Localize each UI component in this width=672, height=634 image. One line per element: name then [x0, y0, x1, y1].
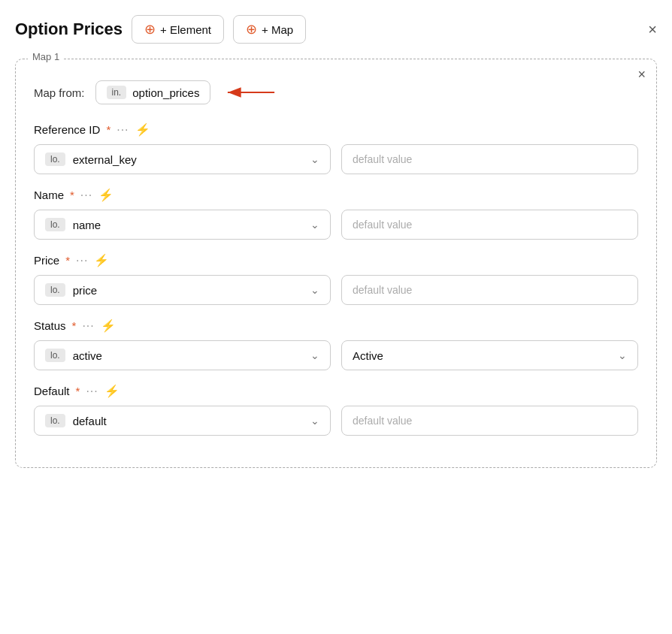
- lightning-icon-4[interactable]: ⚡: [104, 384, 120, 398]
- chevron-icon-4: ⌄: [310, 415, 319, 427]
- map-from-label: Map from:: [34, 86, 85, 99]
- map-button[interactable]: ⊕ + Map: [233, 15, 306, 44]
- field-label-row-2: Price*···⚡: [34, 253, 638, 267]
- required-star-2: *: [65, 254, 70, 267]
- select-value-1: name: [73, 219, 304, 231]
- field-select-0[interactable]: lo.external_key⌄: [34, 144, 331, 174]
- chevron-icon-2: ⌄: [310, 284, 319, 296]
- field-label-4: Default: [34, 385, 70, 397]
- select-prefix-1: lo.: [45, 218, 65, 231]
- field-label-row-4: Default*···⚡: [34, 384, 638, 398]
- dots-icon-0[interactable]: ···: [117, 123, 129, 137]
- chevron-icon-3: ⌄: [310, 349, 319, 361]
- default-select-value-3: Active: [353, 349, 612, 362]
- select-prefix-2: lo.: [45, 283, 65, 297]
- plus-element-icon: ⊕: [144, 21, 156, 38]
- map-from-prefix: in.: [107, 86, 127, 99]
- field-section-default: Default*···⚡lo.default⌄default value: [34, 384, 638, 436]
- chevron-icon-1: ⌄: [310, 219, 319, 231]
- chevron-icon-0: ⌄: [310, 153, 319, 165]
- map-container: Map 1 × Map from: in. option_prices: [15, 59, 657, 468]
- select-value-0: external_key: [73, 153, 304, 166]
- field-section-reference-id: Reference ID*···⚡lo.external_key⌄default…: [34, 122, 638, 174]
- map-button-label: + Map: [262, 23, 293, 36]
- lightning-icon-0[interactable]: ⚡: [135, 122, 150, 137]
- select-prefix-3: lo.: [45, 349, 65, 362]
- field-select-2[interactable]: lo.price⌄: [34, 275, 331, 305]
- default-chevron-icon-3: ⌄: [618, 349, 627, 361]
- field-label-3: Status: [34, 319, 66, 332]
- select-value-2: price: [73, 284, 304, 297]
- field-label-1: Name: [34, 189, 64, 201]
- header: Option Prices ⊕ + Element ⊕ + Map ×: [15, 15, 657, 44]
- lightning-icon-3[interactable]: ⚡: [101, 319, 116, 333]
- arrow-indicator: [221, 82, 281, 103]
- field-label-2: Price: [34, 254, 59, 267]
- field-select-4[interactable]: lo.default⌄: [34, 406, 331, 436]
- field-select-3[interactable]: lo.active⌄: [34, 340, 331, 370]
- field-label-row-1: Name*···⚡: [34, 188, 638, 202]
- dots-icon-1[interactable]: ···: [80, 189, 92, 202]
- element-button[interactable]: ⊕ + Element: [132, 15, 224, 44]
- field-inputs-row-0: lo.external_key⌄default value: [34, 144, 638, 174]
- field-inputs-row-4: lo.default⌄default value: [34, 406, 638, 436]
- required-star-0: *: [106, 123, 110, 136]
- map-from-row: Map from: in. option_prices: [34, 80, 638, 104]
- map-label: Map 1: [28, 51, 64, 62]
- field-section-price: Price*···⚡lo.price⌄default value: [34, 253, 638, 305]
- field-label-row-0: Reference ID*···⚡: [34, 122, 638, 137]
- field-default-2[interactable]: default value: [341, 275, 638, 305]
- arrow-icon: [221, 82, 281, 103]
- field-section-name: Name*···⚡lo.name⌄default value: [34, 188, 638, 240]
- field-inputs-row-3: lo.active⌄Active⌄: [34, 340, 638, 370]
- element-button-label: + Element: [160, 23, 211, 36]
- map-from-field: option_prices: [132, 86, 199, 99]
- main-container: Option Prices ⊕ + Element ⊕ + Map × Map …: [0, 0, 672, 634]
- field-default-1[interactable]: default value: [341, 210, 638, 240]
- select-prefix-4: lo.: [45, 414, 65, 427]
- field-label-row-3: Status*···⚡: [34, 319, 638, 333]
- field-default-0[interactable]: default value: [341, 144, 638, 174]
- field-inputs-row-2: lo.price⌄default value: [34, 275, 638, 305]
- dots-icon-3[interactable]: ···: [82, 319, 94, 333]
- lightning-icon-2[interactable]: ⚡: [94, 253, 109, 267]
- field-label-0: Reference ID: [34, 123, 100, 136]
- lightning-icon-1[interactable]: ⚡: [98, 188, 114, 202]
- field-default-select-3[interactable]: Active⌄: [341, 340, 638, 370]
- field-section-status: Status*···⚡lo.active⌄Active⌄: [34, 319, 638, 370]
- select-value-3: active: [73, 349, 304, 362]
- select-prefix-0: lo.: [45, 152, 65, 166]
- select-value-4: default: [73, 415, 304, 427]
- field-select-1[interactable]: lo.name⌄: [34, 210, 331, 240]
- map-from-value-container: in. option_prices: [95, 80, 211, 104]
- required-star-4: *: [76, 385, 80, 397]
- dots-icon-4[interactable]: ···: [86, 385, 98, 398]
- field-inputs-row-1: lo.name⌄default value: [34, 210, 638, 240]
- dots-icon-2[interactable]: ···: [76, 254, 88, 267]
- fields-container: Reference ID*···⚡lo.external_key⌄default…: [34, 122, 638, 436]
- map-close-button[interactable]: ×: [637, 67, 646, 83]
- required-star-1: *: [70, 189, 74, 201]
- plus-map-icon: ⊕: [246, 21, 257, 38]
- close-button-top[interactable]: ×: [648, 21, 657, 38]
- required-star-3: *: [72, 319, 77, 332]
- page-title: Option Prices: [15, 20, 123, 39]
- field-default-4[interactable]: default value: [341, 406, 638, 436]
